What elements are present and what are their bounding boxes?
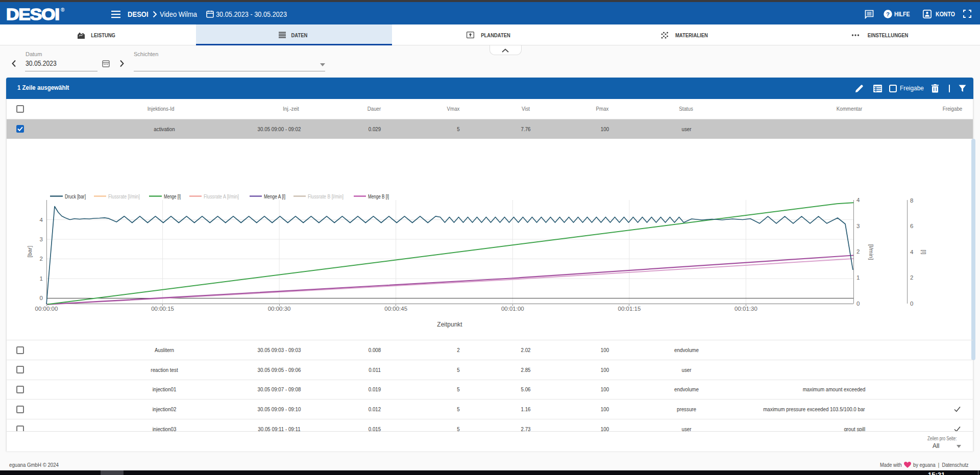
svg-text:0: 0 xyxy=(910,301,913,307)
svg-text:1: 1 xyxy=(856,274,860,281)
svg-text:[l/min]: [l/min] xyxy=(868,244,874,260)
svg-text:Zeitpunkt: Zeitpunkt xyxy=(437,321,462,328)
svg-text:0: 0 xyxy=(40,295,43,301)
svg-text:4: 4 xyxy=(910,249,914,255)
svg-text:2: 2 xyxy=(40,256,43,262)
svg-text:3: 3 xyxy=(856,223,860,229)
svg-text:00:00:45: 00:00:45 xyxy=(384,306,407,312)
svg-text:00:01:30: 00:01:30 xyxy=(734,306,757,312)
svg-text:2: 2 xyxy=(856,248,860,255)
svg-text:4: 4 xyxy=(856,197,860,203)
svg-text:DESOI: DESOI xyxy=(7,6,59,22)
svg-text:2: 2 xyxy=(910,274,913,281)
svg-text:8: 8 xyxy=(910,197,913,204)
svg-text:Flussrate [l/min]: Flussrate [l/min] xyxy=(108,193,140,199)
svg-text:3: 3 xyxy=(40,236,43,242)
svg-text:®: ® xyxy=(61,7,65,13)
svg-text:1: 1 xyxy=(40,276,43,282)
svg-text:[bar]: [bar] xyxy=(27,245,33,257)
svg-text:00:00:00: 00:00:00 xyxy=(35,306,58,312)
svg-text:00:00:30: 00:00:30 xyxy=(268,306,291,312)
svg-text:?: ? xyxy=(886,11,890,17)
svg-text:Druck [bar]: Druck [bar] xyxy=(65,193,86,199)
svg-text:Menge [l]: Menge [l] xyxy=(164,193,181,199)
svg-text:Menge A [l]: Menge A [l] xyxy=(264,193,285,199)
svg-text:Flussrate B [l/min]: Flussrate B [l/min] xyxy=(308,193,344,199)
svg-text:6: 6 xyxy=(910,223,913,229)
svg-text:[l]: [l] xyxy=(921,250,927,255)
svg-text:00:00:15: 00:00:15 xyxy=(151,306,174,312)
svg-text:00:01:15: 00:01:15 xyxy=(618,306,641,312)
svg-text:Menge B [l]: Menge B [l] xyxy=(368,193,389,199)
svg-text:Flussrate A [l/min]: Flussrate A [l/min] xyxy=(204,193,239,199)
svg-text:00:01:00: 00:01:00 xyxy=(501,306,524,312)
svg-text:0: 0 xyxy=(856,301,860,307)
svg-text:4: 4 xyxy=(40,217,43,223)
